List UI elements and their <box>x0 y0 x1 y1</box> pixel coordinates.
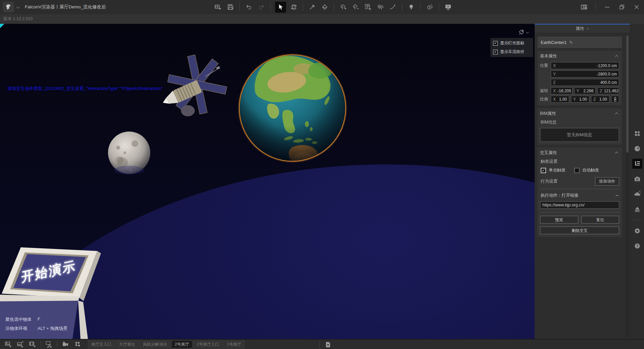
material-sphere-button[interactable] <box>632 144 642 154</box>
outliner-button[interactable] <box>632 159 642 169</box>
tag-visibility-toggle[interactable] <box>519 30 529 35</box>
save-button[interactable] <box>226 2 235 12</box>
export-video-button[interactable] <box>29 340 37 348</box>
foliage-add-button[interactable] <box>338 2 348 12</box>
spline-path-button[interactable] <box>388 2 397 12</box>
time-of-day-button[interactable] <box>425 2 434 12</box>
app-menu-button[interactable] <box>3 2 14 12</box>
help-button[interactable]: ? <box>632 241 642 251</box>
foliage-paint-button[interactable] <box>376 2 385 12</box>
falcon-logo-icon <box>5 3 12 11</box>
assets-button[interactable] <box>632 129 642 139</box>
camera-button[interactable] <box>632 174 642 184</box>
divider <box>540 212 619 212</box>
position-x-field[interactable]: X -1200.0 cm <box>551 62 619 69</box>
click-trigger-checkbox[interactable]: ✓ <box>541 168 546 173</box>
show-traffic-paths-row[interactable]: ✓ 显示车流路径 <box>493 49 530 55</box>
properties-tab-close-icon[interactable]: × <box>586 26 589 31</box>
scene-tab-hall2-entrance[interactable]: 2号展厅入口 <box>194 340 223 348</box>
chevron-down-icon <box>526 31 529 33</box>
undo-button[interactable] <box>244 2 254 12</box>
export-image-button[interactable] <box>4 340 12 348</box>
panel-scrollbar-thumb[interactable] <box>626 35 629 153</box>
remove-action-button[interactable]: − <box>615 193 619 198</box>
export-exe-button[interactable] <box>213 2 223 12</box>
position-z-field[interactable]: Z 400.0 cm <box>551 79 619 86</box>
interaction-properties-section: 交互属性 触发设置 ✓ 单击触发 自动触发 行为设置 添加动作 执行动作：打开链… <box>537 147 622 237</box>
axis-y-label: Y <box>553 72 556 77</box>
rename-icon[interactable]: ✎ <box>569 40 573 45</box>
delete-interaction-button[interactable]: 删除交互 <box>540 227 619 234</box>
eyedropper-button[interactable] <box>308 2 317 12</box>
show-light-icons-checkbox[interactable]: ✓ <box>493 41 498 46</box>
rotation-y-value: 2.286 <box>583 89 593 93</box>
trigger-settings-label: 触发设置 <box>541 159 619 164</box>
export-image-ai-button[interactable]: AI <box>16 340 24 348</box>
foliage-marquee-add-button[interactable] <box>363 2 373 12</box>
close-button[interactable] <box>632 2 641 12</box>
capture-crop-button[interactable] <box>45 340 53 348</box>
collapse-chevron-icon[interactable] <box>615 55 618 58</box>
collapse-chevron-icon[interactable] <box>615 112 618 116</box>
interaction-properties-header[interactable]: 交互属性 <box>540 150 619 156</box>
window-title: FalconV渲染器丨展厅Demo_流化修改后 <box>25 0 106 14</box>
viewport-3d[interactable]: 开始演示 添加交互动作类型_11010002_交互设置_"Interaction… <box>0 24 535 339</box>
rotation-z-field[interactable]: Z 121.462 <box>597 87 619 94</box>
paint-bucket-button[interactable] <box>320 2 329 12</box>
auto-trigger-label: 自动触发 <box>582 167 599 173</box>
scene-tab-hall2[interactable]: 2号展厅 <box>171 340 193 348</box>
scale-x-field[interactable]: X 1.00 <box>551 96 569 103</box>
reset-button[interactable]: 复位 <box>581 216 620 223</box>
scene-canvas[interactable]: 开始演示 <box>0 24 535 339</box>
collapse-chevron-icon[interactable] <box>615 152 618 155</box>
panel-scrollbar[interactable] <box>626 35 629 337</box>
add-action-button[interactable]: 添加动作 <box>595 177 619 186</box>
preview-button[interactable]: 预览 <box>540 216 578 223</box>
presentation-button[interactable] <box>443 2 453 12</box>
position-y-field[interactable]: Y -2800.0 cm <box>551 70 619 78</box>
minimize-button[interactable] <box>602 2 612 12</box>
select-tool-button[interactable] <box>275 2 286 13</box>
scene-tab-turbine-demo[interactable]: 风机分解演示 <box>140 340 170 348</box>
auto-trigger-checkbox[interactable] <box>574 168 580 173</box>
terrain-button[interactable] <box>632 204 642 214</box>
rotation-y-field[interactable]: Y 2.286 <box>574 87 596 94</box>
orbit-tool-button[interactable] <box>289 2 299 12</box>
foliage-remove-button[interactable] <box>351 2 360 12</box>
scene-tab-lobby-booth[interactable]: 大厅展台 <box>116 340 139 348</box>
scene-tab-hall1[interactable]: 1号展厅 <box>223 340 245 348</box>
app-menu-chevron-icon[interactable] <box>16 5 20 9</box>
show-light-icons-row[interactable]: ✓ 显示灯光图标 <box>493 40 530 46</box>
light-button[interactable] <box>407 2 416 12</box>
hint-orbit-keys: ALT + 拖拽场景 <box>38 326 67 332</box>
scale-y-field[interactable]: Y 1.00 <box>571 96 589 103</box>
url-input[interactable] <box>540 201 619 209</box>
show-light-icons-label: 显示灯光图标 <box>500 40 524 46</box>
basic-properties-header[interactable]: 基本属性 <box>540 53 619 59</box>
settings-button[interactable] <box>632 226 642 236</box>
svg-text:AI: AI <box>21 341 23 343</box>
redo-button[interactable] <box>257 2 266 12</box>
display-options-panel: ✓ 显示灯光图标 ✓ 显示车流路径 <box>490 38 533 57</box>
properties-tab[interactable]: 属性 <box>576 26 584 32</box>
show-traffic-paths-label: 显示车流路径 <box>500 49 524 55</box>
scale-row: 比例 X 1.00 Y 1.00 Z 1.00 <box>540 96 619 103</box>
rotation-x-field[interactable]: X -16.205 <box>551 87 573 94</box>
hint-orbit: 沿物体环视 ALT + 拖拽场景 <box>5 326 67 332</box>
scale-link-button[interactable] <box>611 96 619 103</box>
scene-tab-hall-entrance[interactable]: 展厅主入口 <box>88 340 115 348</box>
bim-properties-header[interactable]: BIM属性 <box>540 111 619 116</box>
bim-properties-section: BIM属性 BIM信息 暂无BIM信息 <box>537 108 622 145</box>
position-y-value: -2800.0 cm <box>597 72 617 77</box>
asset-blocks-button[interactable] <box>73 340 82 348</box>
add-camera-button[interactable] <box>61 340 69 348</box>
panel-layout-button[interactable] <box>579 2 589 12</box>
restore-button[interactable] <box>617 2 627 12</box>
environment-button[interactable] <box>632 189 642 199</box>
scale-z-field[interactable]: Z 1.00 <box>591 96 609 103</box>
show-traffic-paths-checkbox[interactable]: ✓ <box>493 50 498 54</box>
scene-tabs: 展厅主入口 大厅展台 风机分解演示 2号展厅 2号展厅入口 1号展厅 <box>88 340 245 348</box>
interaction-debug-text: 添加交互动作类型_11010002_交互设置_"InteractionType"… <box>7 86 163 92</box>
new-scene-add-button[interactable] <box>324 341 332 349</box>
interaction-properties-title: 交互属性 <box>540 150 557 156</box>
